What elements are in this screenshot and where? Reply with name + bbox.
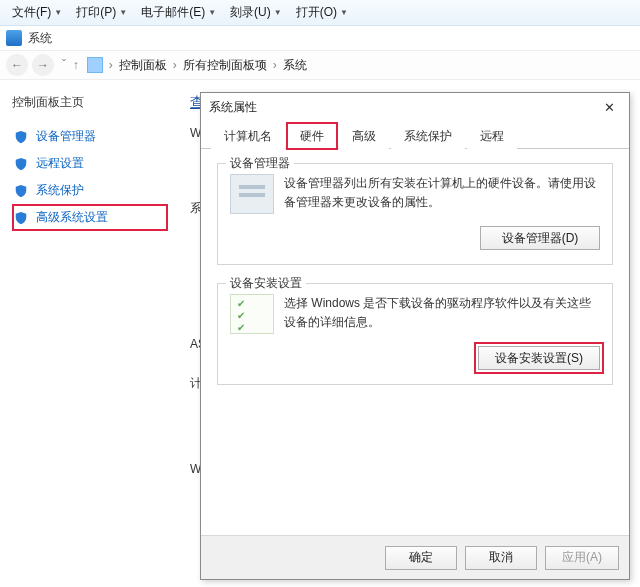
tool-row: 系统 (0, 26, 640, 50)
shield-icon (14, 156, 28, 172)
menu-open[interactable]: 打开(O)▼ (290, 2, 354, 23)
nav-back-button[interactable]: ← (6, 54, 28, 76)
chevron-down-icon: ▼ (54, 8, 62, 17)
sidebar-link-device-manager[interactable]: 设备管理器 (12, 123, 168, 150)
device-install-settings-button[interactable]: 设备安装设置(S) (478, 346, 600, 370)
sidebar-link-remote-settings[interactable]: 远程设置 (12, 150, 168, 177)
dialog-titlebar: 系统属性 ✕ (201, 93, 629, 121)
group-legend: 设备安装设置 (226, 275, 306, 292)
device-install-desc: 选择 Windows 是否下载设备的驱动程序软件以及有关这些设备的详细信息。 (284, 294, 600, 334)
menu-print[interactable]: 打印(P)▼ (70, 2, 133, 23)
breadcrumb-bar: ← → ˇ ↑ › 控制面板 › 所有控制面板项 › 系统 (0, 50, 640, 80)
close-button[interactable]: ✕ (597, 97, 621, 117)
shield-icon (14, 183, 28, 199)
tab-system-protection[interactable]: 系统保护 (391, 123, 465, 149)
dialog-title: 系统属性 (209, 99, 257, 116)
ok-button[interactable]: 确定 (385, 546, 457, 570)
tab-advanced[interactable]: 高级 (339, 123, 389, 149)
group-device-install: 设备安装设置 选择 Windows 是否下载设备的驱动程序软件以及有关这些设备的… (217, 283, 613, 385)
dialog-footer: 确定 取消 应用(A) (201, 535, 629, 579)
shield-icon (14, 210, 28, 226)
menu-file[interactable]: 文件(F)▼ (6, 2, 68, 23)
menu-email[interactable]: 电子邮件(E)▼ (135, 2, 222, 23)
dialog-tabs: 计算机名 硬件 高级 系统保护 远程 (201, 121, 629, 149)
crumb-system[interactable]: 系统 (283, 57, 307, 74)
tool-row-label: 系统 (28, 30, 52, 47)
group-legend: 设备管理器 (226, 155, 294, 172)
system-properties-dialog: 系统属性 ✕ 计算机名 硬件 高级 系统保护 远程 设备管理器 设备管理器列出所… (200, 92, 630, 580)
device-manager-icon (230, 174, 274, 214)
sidebar: 控制面板主页 设备管理器 远程设置 系统保护 高级系统设置 (0, 80, 180, 587)
device-manager-desc: 设备管理器列出所有安装在计算机上的硬件设备。请使用设备管理器来更改设备的属性。 (284, 174, 600, 214)
dialog-body: 设备管理器 设备管理器列出所有安装在计算机上的硬件设备。请使用设备管理器来更改设… (201, 149, 629, 535)
device-manager-button[interactable]: 设备管理器(D) (480, 226, 600, 250)
apply-button[interactable]: 应用(A) (545, 546, 619, 570)
nav-up-button[interactable]: ˇ ↑ (62, 58, 79, 72)
system-icon (6, 30, 22, 46)
shield-icon (14, 129, 28, 145)
sidebar-title: 控制面板主页 (12, 94, 168, 111)
device-install-icon (230, 294, 274, 334)
tab-computer-name[interactable]: 计算机名 (211, 123, 285, 149)
sidebar-link-advanced-settings[interactable]: 高级系统设置 (12, 204, 168, 231)
menu-burn[interactable]: 刻录(U)▼ (224, 2, 288, 23)
crumb-control-panel[interactable]: 控制面板 (119, 57, 167, 74)
tab-remote[interactable]: 远程 (467, 123, 517, 149)
breadcrumb[interactable]: › 控制面板 › 所有控制面板项 › 系统 (87, 57, 307, 74)
control-panel-icon (87, 57, 103, 73)
crumb-all-items[interactable]: 所有控制面板项 (183, 57, 267, 74)
tab-hardware[interactable]: 硬件 (287, 123, 337, 149)
group-device-manager: 设备管理器 设备管理器列出所有安装在计算机上的硬件设备。请使用设备管理器来更改设… (217, 163, 613, 265)
sidebar-link-system-protection[interactable]: 系统保护 (12, 177, 168, 204)
menu-bar: 文件(F)▼ 打印(P)▼ 电子邮件(E)▼ 刻录(U)▼ 打开(O)▼ (0, 0, 640, 26)
cancel-button[interactable]: 取消 (465, 546, 537, 570)
nav-forward-button[interactable]: → (32, 54, 54, 76)
